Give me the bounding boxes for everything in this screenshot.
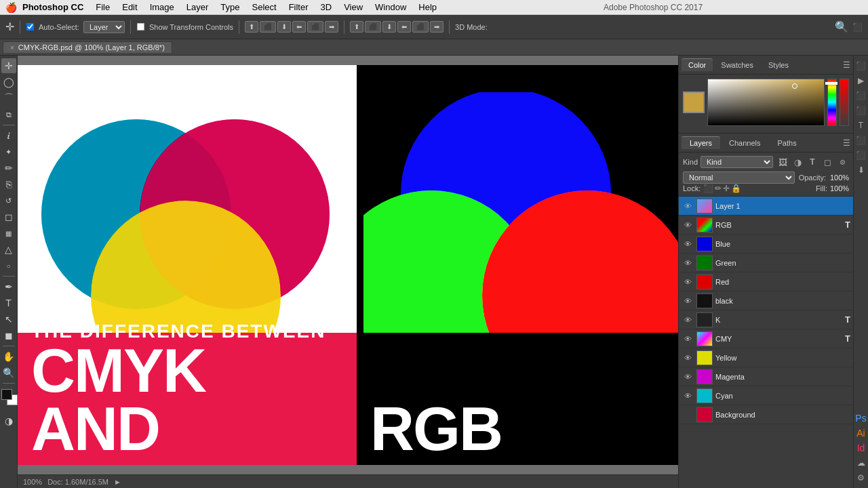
auto-select-checkbox[interactable] <box>26 23 35 31</box>
zoom-tool[interactable]: 🔍 <box>1 365 16 380</box>
distribute-btn-1[interactable]: ⬆ <box>350 21 363 33</box>
fg-color-swatch[interactable] <box>1 389 12 400</box>
distribute-btn-2[interactable]: ⬛ <box>365 21 381 33</box>
panel-icon-ai[interactable]: Ai <box>855 427 867 439</box>
brush-tool[interactable]: ✏ <box>1 161 16 176</box>
distribute-btn-3[interactable]: ⬇ <box>382 21 396 33</box>
layer-visibility-icon[interactable]: 👁 <box>682 259 694 267</box>
panel-icon-2[interactable]: ▶ <box>855 75 867 87</box>
lock-paint-icon[interactable]: ✏ <box>715 184 722 193</box>
panel-icon-ps[interactable]: Ps <box>855 412 867 424</box>
layer-visibility-icon[interactable]: 👁 <box>682 221 694 229</box>
pen-tool[interactable]: ✒ <box>1 279 16 294</box>
hand-tool[interactable]: ✋ <box>1 349 16 364</box>
layer-visibility-icon[interactable]: 👁 <box>682 335 694 343</box>
blend-mode-select[interactable]: Normal Multiply Screen Overlay <box>683 171 795 184</box>
layer-visibility-icon[interactable]: 👁 <box>682 316 694 324</box>
panel-icon-more[interactable]: ⚙ <box>855 472 867 484</box>
color-gradient-picker[interactable] <box>707 79 825 126</box>
layer-visibility-icon[interactable]: 👁 <box>682 278 694 286</box>
align-hcenter-btn[interactable]: ⬛ <box>307 21 323 33</box>
distribute-btn-4[interactable]: ⬅ <box>397 21 411 33</box>
align-vcenter-btn[interactable]: ⬛ <box>260 21 276 33</box>
layer-visibility-icon[interactable]: 👁 <box>682 373 694 381</box>
layer-visibility-icon[interactable]: 👁 <box>682 392 694 400</box>
close-tab-btn[interactable]: × <box>10 44 14 52</box>
canvas-wrapper[interactable]: THE DIFFERENCE BETWEEN CMYK AND RGB <box>18 56 678 474</box>
menu-edit[interactable]: Edit <box>117 1 142 14</box>
hue-strip[interactable] <box>827 79 837 126</box>
menu-layer[interactable]: Layer <box>181 1 214 14</box>
tab-layers[interactable]: Layers <box>682 136 720 149</box>
gradient-tool[interactable]: ▦ <box>1 226 16 241</box>
menu-3d[interactable]: 3D <box>315 1 338 14</box>
menu-file[interactable]: File <box>90 1 115 14</box>
menu-window[interactable]: Window <box>370 1 412 14</box>
kind-smart-icon[interactable]: ⚙ <box>835 155 849 169</box>
fill-value[interactable]: 100% <box>830 184 849 192</box>
panel-icon-cloud[interactable]: ☁ <box>855 457 867 469</box>
panel-icon-8[interactable]: ⬇ <box>855 164 867 176</box>
layer-row[interactable]: 👁Red <box>679 272 853 291</box>
layer-visibility-icon[interactable]: 👁 <box>682 297 694 305</box>
clone-tool[interactable]: ⎘ <box>1 177 16 192</box>
move-tool[interactable]: ✛ <box>1 58 16 73</box>
align-left-btn[interactable]: ⬅ <box>292 21 306 33</box>
layer-row[interactable]: Background <box>679 405 853 424</box>
layer-visibility-icon[interactable]: 👁 <box>682 354 694 362</box>
kind-shape-icon[interactable]: ◻ <box>821 155 834 169</box>
distribute-btn-5[interactable]: ⬛ <box>412 21 429 33</box>
eraser-tool[interactable]: ◻ <box>1 209 16 224</box>
panel-icon-7[interactable]: ⬛ <box>855 149 867 161</box>
spot-heal-tool[interactable]: ✦ <box>1 144 16 159</box>
layer-row[interactable]: 👁Yellow <box>679 348 853 367</box>
lock-pixel-icon[interactable]: ⬛ <box>703 184 713 193</box>
align-bottom-btn[interactable]: ⬇ <box>277 21 291 33</box>
menu-type[interactable]: Type <box>215 1 245 14</box>
apple-logo[interactable]: 🍎 <box>5 2 17 13</box>
menu-help[interactable]: Help <box>413 1 442 14</box>
layer-row[interactable]: 👁black <box>679 291 853 310</box>
tab-paths[interactable]: Paths <box>770 137 805 149</box>
dodge-tool[interactable]: ○ <box>1 258 16 273</box>
foreground-swatch[interactable] <box>683 92 705 113</box>
doc-tab[interactable]: × CMYK-RGB.psd @ 100% (Layer 1, RGB/8*) <box>3 41 172 53</box>
distribute-btn-6[interactable]: ➡ <box>430 21 443 33</box>
menu-filter[interactable]: Filter <box>283 1 314 14</box>
move-tool-icon[interactable]: ✛ <box>5 20 14 33</box>
quick-mask-btn[interactable]: ◑ <box>1 413 16 428</box>
color-swatches[interactable] <box>1 389 16 407</box>
show-transform-checkbox[interactable] <box>137 23 145 31</box>
panel-icon-6[interactable]: ⬛ <box>855 134 867 146</box>
kind-select[interactable]: Kind <box>701 156 773 168</box>
layer-visibility-icon[interactable]: 👁 <box>682 202 694 210</box>
tab-color[interactable]: Color <box>682 58 713 71</box>
tab-channels[interactable]: Channels <box>721 137 768 149</box>
kind-image-icon[interactable]: 🖼 <box>776 155 789 169</box>
status-arrow[interactable]: ► <box>114 478 121 486</box>
color-panel-menu[interactable]: ☰ <box>843 60 850 70</box>
ui-mode-btn[interactable]: ⬛ <box>852 22 863 32</box>
crop-tool[interactable]: ⧉ <box>1 107 16 122</box>
text-tool[interactable]: T <box>1 296 16 310</box>
select-tool[interactable]: ◯ <box>1 75 16 89</box>
search-btn[interactable]: 🔍 <box>835 20 848 33</box>
lasso-tool[interactable]: ⌒ <box>1 91 16 106</box>
kind-adjust-icon[interactable]: ◑ <box>791 155 804 169</box>
kind-text-icon[interactable]: T <box>806 155 819 169</box>
path-select-tool[interactable]: ↖ <box>1 312 16 327</box>
layer-row[interactable]: 👁Green <box>679 253 853 272</box>
panel-icon-5[interactable]: T <box>855 119 867 131</box>
layer-row[interactable]: 👁Magenta <box>679 367 853 386</box>
blur-tool[interactable]: △ <box>1 242 16 257</box>
panel-icon-4[interactable]: ⬛ <box>855 104 867 117</box>
layer-row[interactable]: 👁RGBT <box>679 216 853 235</box>
layer-row[interactable]: 👁Layer 1 <box>679 197 853 216</box>
menu-view[interactable]: View <box>338 1 368 14</box>
layer-row[interactable]: 👁Blue <box>679 235 853 253</box>
opacity-strip[interactable] <box>840 79 849 126</box>
panel-icon-1[interactable]: ⬛ <box>855 60 867 72</box>
layer-type-select[interactable]: Layer Group <box>83 21 125 33</box>
layers-panel-menu[interactable]: ☰ <box>843 138 850 148</box>
align-top-btn[interactable]: ⬆ <box>245 21 258 33</box>
